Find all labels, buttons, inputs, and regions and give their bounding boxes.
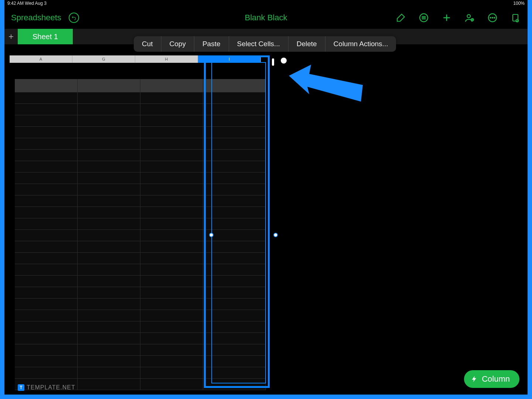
cell[interactable] (203, 321, 266, 333)
cell[interactable] (15, 367, 78, 379)
cell[interactable] (140, 287, 203, 299)
menu-copy[interactable]: Copy (161, 36, 194, 52)
cell[interactable] (78, 92, 140, 104)
cell[interactable] (78, 344, 140, 356)
cell[interactable] (203, 138, 266, 150)
cell[interactable] (15, 344, 78, 356)
cell[interactable] (140, 161, 203, 173)
cell[interactable] (140, 184, 203, 195)
cell[interactable] (203, 184, 266, 195)
cell[interactable] (203, 115, 266, 127)
cell[interactable] (15, 264, 78, 276)
list-icon[interactable] (418, 12, 429, 23)
cell[interactable] (203, 287, 266, 299)
menu-column-actions[interactable]: Column Actions... (325, 36, 396, 52)
cell[interactable] (78, 367, 140, 379)
cell[interactable] (203, 173, 266, 184)
column-add-handle[interactable] (281, 58, 287, 64)
cell[interactable] (78, 195, 140, 207)
selection-handle-right[interactable] (273, 233, 278, 237)
paint-icon[interactable] (395, 12, 406, 23)
cell[interactable] (15, 230, 78, 241)
sheet-tab-1[interactable]: Sheet 1 (18, 29, 73, 44)
menu-delete[interactable]: Delete (289, 36, 325, 52)
cell[interactable] (203, 218, 266, 230)
cell[interactable] (78, 299, 140, 310)
plus-icon[interactable] (441, 12, 452, 23)
cell[interactable] (203, 276, 266, 287)
cell[interactable] (140, 264, 203, 276)
cell[interactable] (203, 79, 266, 92)
menu-select-cells[interactable]: Select Cells... (229, 36, 289, 52)
cell[interactable] (15, 184, 78, 195)
cell[interactable] (78, 207, 140, 218)
cell[interactable] (203, 127, 266, 138)
cell[interactable] (78, 287, 140, 299)
sheet-area[interactable]: A G H I document.write(Array.from({lengt… (4, 55, 528, 395)
cell[interactable] (15, 241, 78, 253)
cell[interactable] (15, 161, 78, 173)
cell[interactable] (78, 264, 140, 276)
cell[interactable] (203, 104, 266, 115)
add-sheet-button[interactable]: + (4, 29, 18, 44)
cell[interactable] (15, 356, 78, 367)
cell[interactable] (140, 253, 203, 264)
cell[interactable] (203, 367, 266, 379)
cell[interactable] (15, 104, 78, 115)
cell[interactable] (140, 115, 203, 127)
cell[interactable] (140, 299, 203, 310)
cell[interactable] (78, 218, 140, 230)
cell[interactable] (203, 310, 266, 321)
cell[interactable] (203, 92, 266, 104)
cell[interactable] (78, 173, 140, 184)
cell[interactable] (140, 321, 203, 333)
cell[interactable] (78, 79, 140, 92)
cell[interactable] (15, 127, 78, 138)
cell[interactable] (140, 173, 203, 184)
cell[interactable] (140, 150, 203, 161)
col-header-G[interactable]: G (72, 55, 135, 63)
cell[interactable] (15, 287, 78, 299)
cell[interactable] (78, 310, 140, 321)
cell[interactable] (15, 173, 78, 184)
cell[interactable] (140, 195, 203, 207)
cell[interactable] (78, 161, 140, 173)
cell[interactable] (140, 104, 203, 115)
cell[interactable] (140, 207, 203, 218)
cell[interactable] (203, 241, 266, 253)
document-icon[interactable] (510, 12, 521, 23)
cell[interactable] (140, 356, 203, 367)
cell[interactable] (15, 195, 78, 207)
cell[interactable] (78, 138, 140, 150)
cell[interactable] (15, 253, 78, 264)
cell[interactable] (203, 344, 266, 356)
cell[interactable] (203, 379, 266, 390)
cell[interactable] (140, 79, 203, 92)
cell[interactable] (78, 356, 140, 367)
col-header-A[interactable]: A (10, 55, 72, 63)
cell[interactable] (15, 79, 78, 92)
cell[interactable] (15, 207, 78, 218)
cell[interactable] (140, 138, 203, 150)
cell[interactable] (140, 127, 203, 138)
cell[interactable] (140, 344, 203, 356)
cell[interactable] (78, 253, 140, 264)
table-body[interactable]: document.write(Array.from({length:26}).m… (15, 79, 273, 390)
cell[interactable] (78, 333, 140, 344)
undo-icon[interactable] (69, 13, 79, 23)
cell[interactable] (203, 299, 266, 310)
cell[interactable] (140, 276, 203, 287)
cell[interactable] (203, 264, 266, 276)
cell[interactable] (15, 115, 78, 127)
cell[interactable] (140, 379, 203, 390)
cell[interactable] (78, 321, 140, 333)
column-fab[interactable]: Column (464, 370, 519, 388)
cell[interactable] (203, 333, 266, 344)
cell[interactable] (140, 333, 203, 344)
cell[interactable] (140, 367, 203, 379)
cell[interactable] (15, 321, 78, 333)
doc-title[interactable]: Blank Black (245, 13, 287, 23)
cell[interactable] (15, 276, 78, 287)
cell[interactable] (78, 276, 140, 287)
cell[interactable] (140, 241, 203, 253)
